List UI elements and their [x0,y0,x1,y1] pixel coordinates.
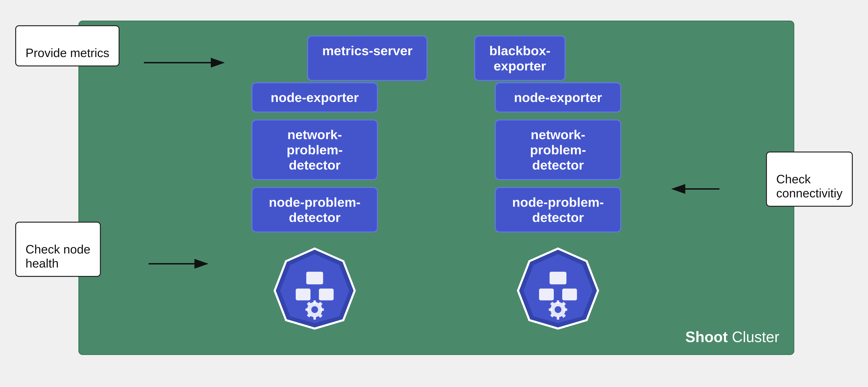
check-connectivity-callout: Check connectivitiy [766,152,853,207]
check-node-health-text: Check node health [26,243,91,270]
shoot-label-bold: Shoot [685,328,727,345]
check-node-health-callout: Check node health [15,222,101,277]
svg-rect-18 [539,289,554,300]
svg-rect-8 [313,316,316,319]
svg-rect-4 [319,289,334,300]
svg-rect-17 [550,272,566,284]
node-problem-detector-left-box: node-problem- detector [251,187,378,232]
svg-rect-24 [549,308,552,311]
shoot-label-normal: Cluster [728,328,780,345]
node-right-column: node-exporter network- problem-detector … [495,82,621,331]
node-exporter-right-box: node-exporter [495,82,621,112]
svg-rect-2 [306,272,323,284]
node-exporter-left-box: node-exporter [251,82,378,112]
node-left-icon [273,247,357,331]
check-connectivity-text: Check connectivitiy [776,172,842,200]
network-problem-detector-left-box: network- problem-detector [251,120,378,180]
network-problem-detector-right-box: network- problem-detector [495,120,621,180]
svg-rect-3 [296,289,310,300]
nodes-row: node-exporter network- problem-detector … [79,82,794,331]
svg-rect-22 [557,300,559,303]
svg-rect-9 [305,308,309,311]
svg-rect-7 [313,300,316,303]
svg-rect-23 [557,316,559,319]
node-left-column: node-exporter network- problem-detector … [251,82,378,331]
metrics-server-box: metrics-server [307,36,428,81]
shoot-cluster-box: metrics-server blackbox- exporter node-e… [79,21,794,355]
provide-metrics-text: Provide metrics [26,46,109,60]
svg-rect-19 [562,289,577,300]
diagram-container: metrics-server blackbox- exporter node-e… [13,11,855,376]
svg-point-6 [311,306,318,313]
svg-rect-25 [564,308,567,311]
provide-metrics-callout: Provide metrics [15,25,120,66]
svg-point-21 [555,306,561,313]
node-problem-detector-right-box: node-problem- detector [495,187,621,232]
svg-rect-10 [320,308,324,311]
shoot-cluster-label: Shoot Cluster [685,328,779,346]
node-right-icon [516,247,600,331]
blackbox-exporter-box: blackbox- exporter [474,36,565,81]
top-components-row: metrics-server blackbox- exporter [79,36,794,81]
